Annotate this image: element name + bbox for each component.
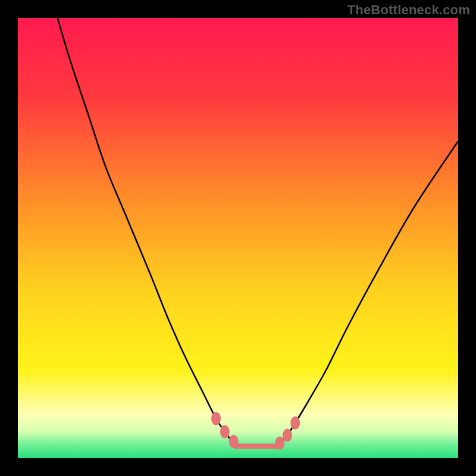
bottleneck-curve	[58, 18, 458, 447]
curve-marker	[290, 416, 300, 430]
outer-frame: TheBottleneck.com	[0, 0, 476, 476]
curve-marker	[220, 425, 230, 439]
watermark-text: TheBottleneck.com	[347, 2, 470, 18]
plot-area	[18, 18, 458, 458]
curve-marker	[211, 412, 221, 425]
chart-svg	[18, 18, 458, 458]
curve-marker	[283, 429, 292, 442]
